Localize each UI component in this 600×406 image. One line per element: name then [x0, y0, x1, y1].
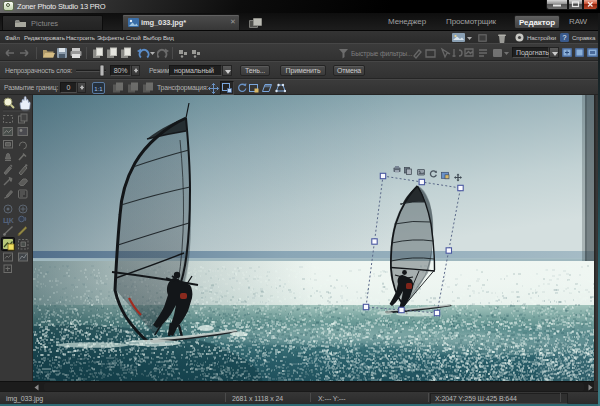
svg-text:1:1: 1:1 [94, 86, 103, 92]
svg-text:?: ? [563, 34, 567, 41]
svg-text:ЦК: ЦК [3, 216, 14, 225]
